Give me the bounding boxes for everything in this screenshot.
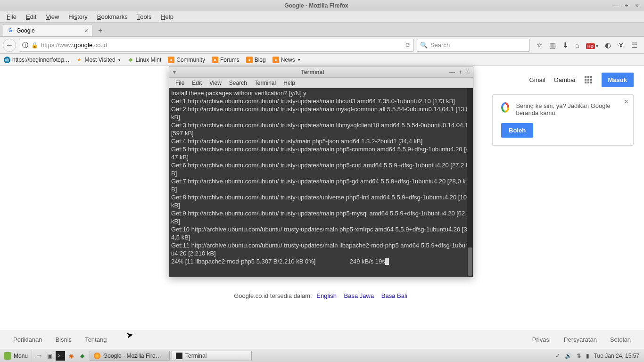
terminal-line: Get:4 http://archive.ubuntu.com/ubuntu/ … [171,137,471,145]
terminal-output[interactable]: Install these packages without verificat… [169,88,473,277]
task-label: Google - Mozilla Fire… [103,353,161,359]
bookmark-item[interactable]: ∎Community [168,57,205,63]
bookmark-favicon-icon: ∎ [168,57,174,63]
pocket-button[interactable]: ◐ [605,41,611,49]
files-icon[interactable]: ▣ [45,351,54,361]
terminal-launcher-icon[interactable]: >_ [56,351,65,361]
term-menu-view[interactable]: View [206,79,225,87]
network-icon[interactable]: ⇅ [577,353,581,359]
volume-icon[interactable]: 🔊 [565,353,572,359]
gmail-link[interactable]: Gmail [529,76,545,83]
terminal-cursor [385,258,389,265]
new-tab-button[interactable]: + [94,25,107,36]
lang-link[interactable]: Basa Bali [381,292,407,299]
images-link[interactable]: Gambar [554,76,576,83]
menu-bookmarks[interactable]: Bookmarks [93,12,132,21]
terminal-line: Get:5 http://archive.ubuntu.com/ubuntu/ … [171,145,471,161]
window-minimize-button[interactable]: — [613,2,619,9]
footer-link[interactable]: Setelan [610,336,631,343]
sidebar-button[interactable]: ▥ [549,41,556,49]
taskbar-task-firefox[interactable]: Google - Mozilla Fire… [90,351,170,361]
url-bar[interactable]: ⓘ 🔒 https://www.google.co.id ⟳ [19,39,414,52]
terminal-close-button[interactable]: × [466,69,469,75]
menu-view[interactable]: View [42,12,63,21]
identity-info-icon[interactable]: ⓘ [22,41,28,49]
bookmark-item[interactable]: ∎News▾ [272,57,300,63]
menu-help[interactable]: Help [157,12,177,21]
window-maximize-button[interactable]: + [623,2,630,9]
bookmark-favicon-icon: ∎ [212,57,218,63]
bookmark-item[interactable]: ∎Blog [246,57,266,63]
bookmark-favicon-icon: ◆ [127,57,134,63]
bookmark-star-button[interactable]: ☆ [537,41,543,49]
browser-tab-google[interactable]: G Google × [3,24,92,36]
terminal-maximize-button[interactable]: + [459,69,462,75]
tab-close-button[interactable]: × [84,27,88,34]
terminal-line: Get:6 http://archive.ubuntu.com/ubuntu/ … [171,161,471,177]
terminal-line: 24% [11 libapache2-mod-php5 5.307 B/2.21… [171,257,471,265]
terminal-icon [176,353,182,359]
mint-logo-icon [4,352,11,360]
google-apps-icon[interactable] [585,76,593,84]
menu-tools[interactable]: Tools [133,12,155,21]
hamburger-menu-button[interactable]: ☰ [631,41,637,49]
firefox-nav-toolbar: ← ⓘ 🔒 https://www.google.co.id ⟳ 🔍 Searc… [0,37,644,54]
term-menu-help[interactable]: Help [280,79,298,87]
menu-edit[interactable]: Edit [22,12,40,21]
term-menu-file[interactable]: File [172,79,188,87]
bookmark-favicon-icon: W [4,57,10,63]
terminal-titlebar[interactable]: ▾ Terminal — + × [169,66,473,78]
search-bar[interactable]: 🔍 Search [417,39,530,52]
bookmark-label: Community [176,57,205,63]
scrollbar-thumb[interactable] [468,247,472,276]
terminal-title: Terminal [180,69,446,75]
footer-link[interactable]: Persyaratan [564,336,597,343]
terminal-minimize-button[interactable]: — [449,69,455,75]
bookmark-item[interactable]: Whttps://beginnerfotog… [4,57,69,63]
bookmark-item[interactable]: ★Most Visited▾ [76,57,120,63]
extension-button[interactable]: 👁 [618,41,625,49]
window-close-button[interactable]: × [634,2,640,9]
term-menu-edit[interactable]: Edit [189,79,205,87]
battery-icon[interactable]: ▮ [586,353,589,359]
footer-link[interactable]: Tentang [85,336,107,343]
signin-button[interactable]: Masuk [602,73,634,87]
footer-link[interactable]: Privasi [532,336,551,343]
lock-icon: 🔒 [31,42,38,49]
bookmark-item[interactable]: ∎Forums [212,57,239,63]
terminal-line: Get:1 http://archive.ubuntu.com/ubuntu/ … [171,97,471,105]
reload-button[interactable]: ⟳ [405,41,411,49]
system-tray: ✓ 🔊 ⇅ ▮ Tue Jan 24, 15:57 [551,353,644,359]
quick-launch: ▭ ▣ >_ ◉ ◆ [32,351,89,361]
lang-link[interactable]: Basa Jawa [344,292,374,299]
show-desktop-icon[interactable]: ▭ [34,351,43,361]
taskbar-task-terminal[interactable]: Terminal [172,351,252,361]
back-button[interactable]: ← [3,39,16,52]
clock[interactable]: Tue Jan 24, 15:57 [594,353,639,359]
firefox-launcher-icon[interactable]: ◉ [66,351,76,361]
term-menu-terminal[interactable]: Terminal [251,79,279,87]
terminal-scrollbar[interactable] [467,88,473,277]
bookmark-item[interactable]: ◆Linux Mint [127,57,162,63]
terminal-window[interactable]: ▾ Terminal — + × File Edit View Search T… [169,66,473,277]
firefox-tabstrip: G Google × + [0,23,644,37]
terminal-menu-caret-icon[interactable]: ▾ [169,69,180,75]
search-icon: 🔍 [420,41,428,49]
menu-file[interactable]: File [3,12,20,21]
footer-link[interactable]: Periklanan [13,336,42,343]
bookmark-favicon-icon: ∎ [246,57,253,63]
menu-history[interactable]: History [65,12,91,21]
downloads-button[interactable]: ⬇ [562,41,569,49]
terminal-line: Get:3 http://archive.ubuntu.com/ubuntu/ … [171,121,471,137]
start-menu-button[interactable]: Menu [0,349,32,362]
terminal-line: Get:10 http://archive.ubuntu.com/ubuntu/… [171,225,471,241]
promo-close-button[interactable]: × [624,98,628,106]
term-menu-search[interactable]: Search [226,79,250,87]
app-launcher-icon[interactable]: ◆ [77,351,87,361]
lang-link[interactable]: English [316,292,337,299]
tray-indicator-icon[interactable]: ✓ [555,353,560,359]
home-button[interactable]: ⌂ [575,41,579,49]
promo-accept-button[interactable]: Boleh [501,123,533,138]
footer-link[interactable]: Bisnis [55,336,72,343]
hd-badge-button[interactable]: HD▾ [586,41,598,49]
